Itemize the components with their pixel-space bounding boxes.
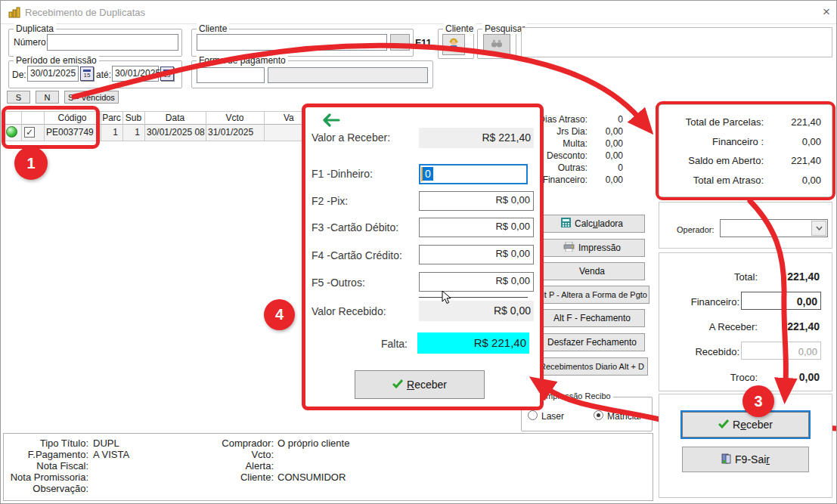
radio-matricial-label[interactable]: Matricial [607,411,641,422]
col-header-sub[interactable]: Sub [122,113,144,123]
row-checkbox[interactable]: ✓ [24,127,35,138]
calendar-icon-2[interactable]: 15 [160,66,174,81]
group-duplicata: Duplicata Número [8,29,182,57]
chevron-down-icon[interactable] [811,221,826,236]
total-label: Total: [667,271,758,283]
modal-receber-button[interactable]: Receber [355,370,485,399]
operador-box: Operador: [659,202,832,249]
group-forma-title: Forma de pagamento [197,55,288,66]
f9-sair-button[interactable]: F9-Sair [682,447,809,472]
f1-dinheiro-input[interactable]: 0 [419,164,528,184]
valor-recebido-field: R$ 0,00 [419,301,534,321]
forma-codigo-input[interactable] [197,67,265,83]
valor-a-receber-label: Valor a Receber: [312,131,390,144]
financeiro-input[interactable]: 0,00 [741,292,821,310]
col-header-parc[interactable]: Parc [101,113,122,123]
pesquisar-button[interactable] [483,34,510,55]
info-panel: Tipo Título: DUPL F.Pagamento: A VISTA N… [3,433,653,501]
numero-input[interactable] [47,34,178,51]
info-value: O próprio cliente [277,438,349,449]
total-value: 221,40 [765,271,820,283]
summary-label: Total em Atraso: [667,175,764,186]
alt-f-button[interactable]: Alt F - Fechamento [539,309,645,327]
col-header-data[interactable]: Data [144,113,206,123]
periodo-de-input[interactable]: 30/01/2025 [27,66,79,82]
info-value: DUPL [93,438,119,449]
atraso-value: 0,00 [579,138,623,149]
info-label: Nota Promissoria: [4,472,88,483]
radio-laser-label[interactable]: Laser [541,411,564,422]
desfazer-fechamento-button[interactable]: Desfazer Fechamento [539,333,645,351]
summary-value: 0,00 [771,175,821,186]
col-header-codigo[interactable]: Código [44,113,101,123]
group-cliente-title: Cliente [197,23,229,34]
radio-matricial[interactable] [594,410,603,420]
f1-selected-text: 0 [423,167,433,181]
filter-n-button[interactable]: N [36,91,59,104]
troco-label: Troco: [667,372,758,383]
receber-button[interactable]: Receber [682,412,809,438]
recebimentos-label: Recebimentos Diario Alt + D [540,362,644,371]
group-pesquisar: Pesquisar [477,29,516,59]
info-label: Tipo Título: [4,438,88,449]
f5-outros-label: F5 -Outros: [312,277,365,289]
col-header-vcto[interactable]: Vcto [206,113,264,123]
financeiro-label: Financeiro: [667,296,739,308]
info-label: F.Pagamento: [4,449,88,460]
status-led-icon [6,126,17,138]
cliente-input[interactable] [197,34,387,51]
operador-label: Operador: [677,225,715,234]
f2-pix-label: F2 -Pix: [312,195,348,207]
f3-cartao-debito-input[interactable]: R$ 0,00 [419,218,534,237]
operador-select[interactable] [720,219,828,237]
areceber-value: 221,40 [765,320,820,332]
check-icon [392,379,403,391]
alt-p-button[interactable]: Alt P - Altera a Forma de Pgto [535,286,649,304]
check-icon: ✓ [26,127,33,138]
cliente-button[interactable] [442,34,465,55]
filter-vencidos-button[interactable]: S - Vencidos [64,91,119,104]
summary-value: 0,00 [771,136,821,147]
calendar-icon[interactable]: 15 [80,66,94,81]
falta-field: R$ 221,40 [417,332,529,354]
summary-label: Financeiro : [667,136,764,147]
binoculars-icon [491,39,503,51]
totals-box: Total: 221,40 Financeiro: 0,00 A Receber… [659,252,832,391]
filter-n-label: N [45,93,51,102]
periodo-ate-label: até: [96,70,111,80]
venda-label: Venda [579,266,605,277]
close-icon[interactable]: × [819,5,834,20]
payment-modal: Valor a Receber: R$ 221,40 F1 -Dinheiro:… [302,104,544,410]
filter-s-button[interactable]: S [7,91,30,104]
cliente-browse-button[interactable] [390,34,410,51]
financeiro-value: 0,00 [749,295,817,308]
recebimentos-diario-button[interactable]: Recebimentos Diario Alt + D [536,357,648,376]
atraso-value: 0,00 [579,126,623,137]
calendar-icon-label: 15 [83,70,91,79]
f2-pix-input[interactable]: R$ 0,00 [419,191,534,211]
calculadora-button[interactable]: Calculadora [539,215,645,233]
mouse-cursor-icon [442,290,452,308]
group-cliente-button: Cliente [438,29,474,59]
f11-label: F11 [415,37,432,48]
filter-s-label: S [16,93,21,102]
summary-box: Total de Parcelas: 221,40 Financeiro : 0… [659,104,832,197]
f4-cartao-credito-input[interactable]: R$ 0,00 [419,245,534,264]
alt-f-label: Alt F - Fechamento [553,313,631,323]
top-right-panel [521,27,832,57]
cell-data: 30/01/2025 08 [147,127,206,138]
radio-laser[interactable] [528,410,538,420]
f5-outros-input[interactable]: R$ 0,00 [419,272,534,292]
recebido-label: Recebido: [667,346,739,357]
summary-value: 221,40 [771,155,821,166]
window-title: Recebimento de Duplicatas [25,7,145,18]
venda-button[interactable]: Venda [539,262,645,280]
impressao-button[interactable]: Impressão [539,239,645,257]
info-value: CONSUMIDOR [277,472,346,483]
info-value: A VISTA [93,449,129,460]
periodo-ate-input[interactable]: 30/01/2025 [112,66,159,82]
back-arrow-icon[interactable] [322,113,340,130]
recebido-input[interactable]: 0,00 [741,342,821,360]
info-label: Nota Fiscal: [4,460,88,472]
group-cliente-button-title: Cliente [443,23,476,34]
